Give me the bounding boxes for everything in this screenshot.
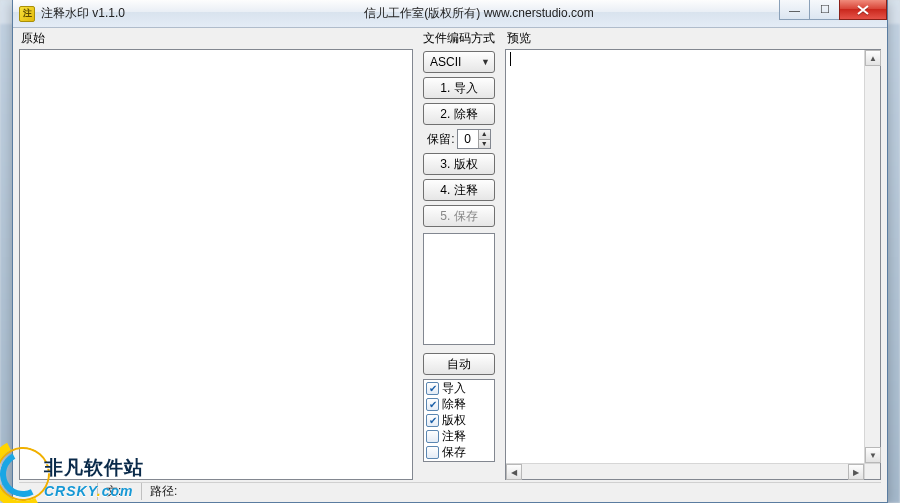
spinner-up-button[interactable]: ▲ [478,130,490,140]
app-icon: 注 [19,6,35,22]
checklist: 导入 除释 版权 注释 保存 [423,379,495,462]
keep-value: 0 [458,130,478,148]
control-panel: 文件编码方式 ASCII ▼ 1. 导入 2. 除释 保留: 0 ▲ ▼ 3. … [417,30,501,480]
window-controls: — ☐ [779,0,887,20]
keep-row: 保留: 0 ▲ ▼ [419,129,499,149]
titlebar[interactable]: 注 注释水印 v1.1.0 信儿工作室(版权所有) www.cnerstudio… [13,0,887,28]
scroll-right-button[interactable]: ▶ [848,464,864,480]
encoding-label: 文件编码方式 [417,30,501,47]
status-bar: 文: 路径: [19,482,881,500]
window-title: 注释水印 v1.1.0 [41,5,211,22]
text-caret [510,52,511,66]
mid-listbox[interactable] [423,233,495,345]
check-save[interactable]: 保存 [426,445,492,460]
check-copyright[interactable]: 版权 [426,413,492,428]
check-label: 保存 [442,445,466,460]
check-label: 除释 [442,397,466,412]
remove-comment-button[interactable]: 2. 除释 [423,103,495,125]
check-label: 导入 [442,381,466,396]
checkbox-icon [426,446,439,459]
checkbox-icon [426,398,439,411]
checkbox-icon [426,414,439,427]
preview-panel: 预览 ▲ ▼ ◀ ▶ [505,30,881,480]
spinner-down-button[interactable]: ▼ [478,140,490,149]
vertical-scrollbar[interactable]: ▲ ▼ [864,50,880,463]
check-label: 版权 [442,413,466,428]
checkbox-icon [426,382,439,395]
keep-label: 保留: [427,131,454,148]
original-label: 原始 [21,30,413,47]
preview-textbox[interactable]: ▲ ▼ ◀ ▶ [505,49,881,480]
checkbox-icon [426,430,439,443]
minimize-button[interactable]: — [779,0,809,20]
copyright-button[interactable]: 3. 版权 [423,153,495,175]
encoding-combobox[interactable]: ASCII ▼ [423,51,495,73]
preview-label: 预览 [507,30,881,47]
annotate-button[interactable]: 4. 注释 [423,179,495,201]
main-window: 注 注释水印 v1.1.0 信儿工作室(版权所有) www.cnerstudio… [12,0,888,503]
close-icon [857,5,869,15]
status-cell-path: 路径: [141,483,201,500]
scroll-down-button[interactable]: ▼ [865,447,881,463]
original-textbox[interactable] [19,49,413,480]
save-button[interactable]: 5. 保存 [423,205,495,227]
auto-button[interactable]: 自动 [423,353,495,375]
close-button[interactable] [839,0,887,20]
keep-spinner[interactable]: 0 ▲ ▼ [457,129,491,149]
encoding-value: ASCII [430,55,461,69]
maximize-button[interactable]: ☐ [809,0,839,20]
status-cell-1 [19,483,89,500]
check-remove[interactable]: 除释 [426,397,492,412]
scroll-corner [864,463,880,479]
client-area: 原始 文件编码方式 ASCII ▼ 1. 导入 2. 除释 保留: 0 ▲ ▼ [19,30,881,480]
horizontal-scrollbar[interactable]: ◀ ▶ [506,463,864,479]
check-import[interactable]: 导入 [426,381,492,396]
scroll-left-button[interactable]: ◀ [506,464,522,480]
chevron-down-icon: ▼ [481,57,490,67]
check-label: 注释 [442,429,466,444]
original-panel: 原始 [19,30,413,480]
import-button[interactable]: 1. 导入 [423,77,495,99]
status-cell-count: 文: [97,483,133,500]
check-annotate[interactable]: 注释 [426,429,492,444]
scroll-up-button[interactable]: ▲ [865,50,881,66]
